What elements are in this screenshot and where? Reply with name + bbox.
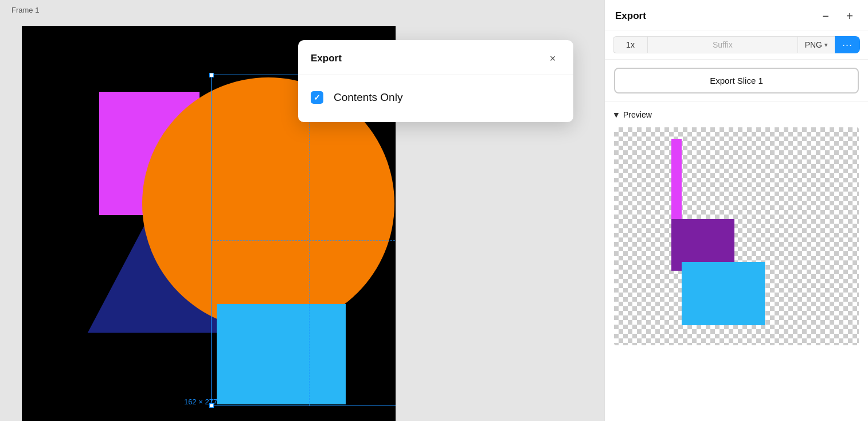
- contents-only-checkbox[interactable]: [311, 91, 323, 104]
- contents-only-option: Contents Only: [311, 91, 402, 104]
- contents-only-label: Contents Only: [334, 91, 402, 104]
- dimension-label: 162 × 277: [184, 397, 217, 406]
- export-popup-close-button[interactable]: ×: [545, 50, 561, 67]
- export-settings-row: 1x Suffix PNG ▾ ···: [605, 30, 868, 60]
- frame-label: Frame 1: [11, 6, 39, 14]
- more-options-button[interactable]: ···: [835, 36, 860, 53]
- preview-canvas: [614, 127, 859, 345]
- right-panel: Export − + 1x Suffix PNG ▾ ··· Export Sl…: [604, 0, 868, 421]
- panel-header: Export − +: [605, 0, 868, 30]
- export-popup-header: Export ×: [298, 40, 573, 75]
- preview-section: ▶ Preview: [605, 102, 868, 421]
- format-dropdown[interactable]: PNG ▾: [797, 36, 835, 53]
- scale-input[interactable]: 1x: [613, 36, 647, 53]
- preview-header: ▶ Preview: [614, 110, 859, 119]
- format-label: PNG: [805, 40, 822, 49]
- format-arrow-icon: ▾: [824, 41, 828, 49]
- preview-label: Preview: [623, 110, 652, 119]
- blue-rectangle: [217, 304, 346, 404]
- export-slice-button[interactable]: Export Slice 1: [614, 68, 859, 93]
- export-slice-row: Export Slice 1: [605, 60, 868, 102]
- canvas-area: Frame 1 162 × 277 Export × Contents Only: [0, 0, 604, 421]
- minimize-icon[interactable]: −: [818, 8, 834, 24]
- more-dots-icon: ···: [842, 39, 853, 51]
- suffix-input[interactable]: Suffix: [647, 36, 797, 53]
- handle-top-left[interactable]: [209, 73, 214, 77]
- preview-blue-rect: [682, 262, 765, 325]
- preview-shapes: [671, 139, 775, 334]
- add-icon[interactable]: +: [842, 8, 858, 24]
- export-popup-body: Contents Only: [298, 75, 573, 122]
- panel-title: Export: [615, 10, 646, 22]
- panel-header-icons: − +: [818, 8, 858, 24]
- preview-toggle-icon[interactable]: ▶: [613, 112, 620, 117]
- export-popup-title: Export: [311, 53, 342, 64]
- export-popup: Export × Contents Only: [298, 40, 573, 122]
